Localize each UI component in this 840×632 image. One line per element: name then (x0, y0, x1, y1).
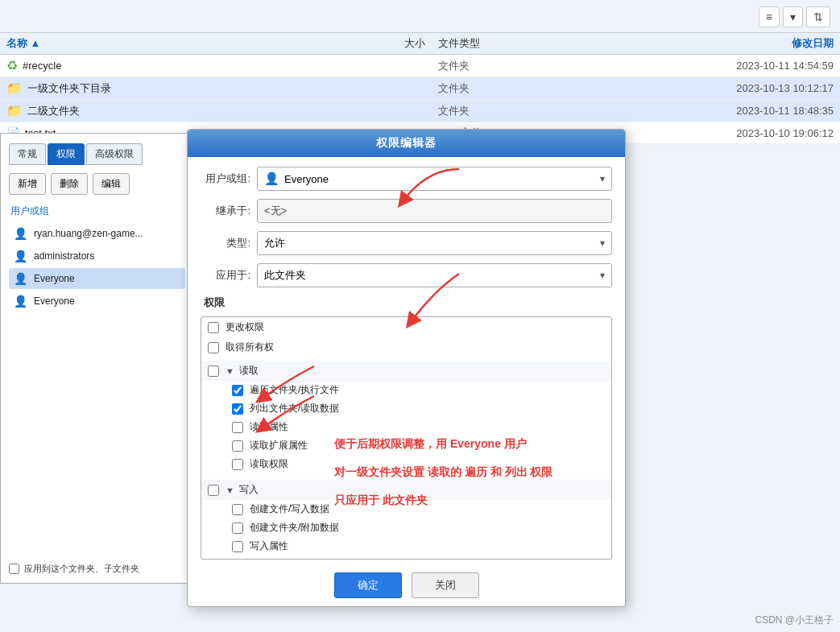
permissions-area: 更改权限 取得所有权 ▼ 读取 (201, 316, 612, 560)
tab-advanced[interactable]: 高级权限 (86, 143, 143, 165)
sort-button[interactable]: ⇅ (806, 6, 830, 27)
perm-sub-items-read: 遍历文件夹/执行文件 列出文件夹/读取数据 读取属性 读取扩展属性 (201, 381, 611, 473)
apply-field[interactable]: 此文件夹 ▾ (257, 263, 612, 287)
type-field[interactable]: 允许 ▾ (257, 231, 612, 255)
apply-label: 应用于: (201, 268, 257, 283)
folder-icon: 📁 (6, 81, 23, 96)
apply-dropdown-icon: ▾ (600, 270, 605, 281)
recycle-icon: ♻ (6, 58, 18, 73)
perm-item[interactable]: 更改权限 (201, 317, 611, 337)
permissions-label: 权限 (201, 295, 612, 310)
apply-checkbox[interactable] (9, 564, 19, 574)
perm-sub-item[interactable]: 创建文件夹/附加数据 (226, 518, 611, 537)
inherit-label: 继承于: (201, 204, 257, 218)
perm-read-attr-checkbox[interactable] (232, 422, 243, 433)
perm-sub-item[interactable]: 读取属性 (226, 418, 611, 436)
watermark: CSDN @小王格子 (755, 613, 834, 627)
dropdown-button[interactable]: ▾ (783, 6, 803, 27)
user-group-field[interactable]: 👤 Everyone ▾ (257, 167, 612, 191)
type-dropdown-icon: ▾ (600, 238, 605, 249)
perm-sub-items-write: 创建文件/写入数据 创建文件夹/附加数据 写入属性 (201, 500, 611, 556)
user-icon: 👤 (14, 227, 27, 240)
perm-group-read: ▼ 读取 遍历文件夹/执行文件 列出文件夹/读取数据 (201, 357, 611, 477)
permissions-editor-dialog: 权限编辑器 用户或组: 👤 Everyone ▾ 继承于: <无> 类型: (187, 129, 626, 607)
perm-create-folder-checkbox[interactable] (232, 523, 243, 534)
perm-group-checkbox-read[interactable] (208, 366, 219, 377)
type-row: 类型: 允许 ▾ (201, 231, 612, 255)
inherit-row: 继承于: <无> (201, 199, 612, 223)
file-type-cell: 文件夹 (425, 59, 522, 73)
inherit-field: <无> (257, 199, 612, 223)
perm-list-checkbox[interactable] (232, 403, 243, 415)
perm-sub-item[interactable]: 读取扩展属性 (226, 436, 611, 455)
perm-checkbox-change[interactable] (208, 322, 219, 333)
user-list: 👤 ryan.huang@zen-game... 👤 administrator… (9, 223, 185, 312)
file-date-cell: 2023-10-11 18:48:35 (522, 105, 834, 117)
user-field-icon: 👤 (264, 171, 279, 186)
dialog-body: 用户或组: 👤 Everyone ▾ 继承于: <无> 类型: 允许 ▾ (188, 157, 625, 560)
delete-button[interactable]: 删除 (51, 173, 88, 195)
perm-sub-item[interactable]: 遍历文件夹/执行文件 (226, 381, 611, 399)
user-icon: 👤 (14, 250, 27, 262)
left-panel: 常规 权限 高级权限 新增 删除 编辑 用户或组 👤 ryan.huang@ze… (0, 133, 193, 584)
user-list-item[interactable]: 👤 ryan.huang@zen-game... (9, 223, 185, 244)
perm-sub-item[interactable]: 读取权限 (226, 455, 611, 473)
menu-button[interactable]: ≡ (759, 6, 780, 27)
toolbar: ≡ ▾ ⇅ (759, 6, 830, 27)
apply-checkbox-row: 应用到这个文件夹、子文件夹 (9, 563, 185, 575)
tab-general[interactable]: 常规 (9, 143, 46, 165)
expand-icon-write[interactable]: ▼ (226, 485, 234, 495)
table-row[interactable]: 📁 二级文件夹 文件夹 2023-10-11 18:48:35 (0, 100, 840, 122)
col-name-header[interactable]: 名称 ▲ (6, 36, 345, 51)
file-name-cell: ♻ #recycle (6, 58, 345, 73)
user-list-item-active[interactable]: 👤 Everyone (9, 268, 185, 289)
confirm-button[interactable]: 确定 (334, 572, 402, 598)
perm-write-attr-checkbox[interactable] (232, 541, 243, 552)
perm-group-write: ▼ 写入 创建文件/写入数据 创建文件夹/附加数据 (201, 477, 611, 559)
file-table-header: 名称 ▲ 大小 文件类型 修改日期 (0, 33, 840, 55)
cancel-button[interactable]: 关闭 (412, 572, 479, 598)
left-panel-actions: 新增 删除 编辑 (9, 173, 185, 195)
user-list-item[interactable]: 👤 administrators (9, 246, 185, 266)
col-date-header[interactable]: 修改日期 (522, 36, 834, 51)
file-table: 名称 ▲ 大小 文件类型 修改日期 ♻ #recycle 文件夹 2023-10… (0, 32, 840, 144)
perm-checkbox-ownership[interactable] (208, 342, 219, 353)
perm-create-file-checkbox[interactable] (232, 504, 243, 515)
user-group-label: 用户或组: (201, 171, 257, 186)
dialog-footer: 确定 关闭 (188, 572, 625, 598)
perm-sub-item[interactable]: 写入属性 (226, 537, 611, 556)
perm-group-header-read[interactable]: ▼ 读取 (201, 361, 611, 381)
perm-read-perm-checkbox[interactable] (232, 459, 243, 470)
file-type-cell: 文件夹 (425, 104, 522, 118)
perm-sub-item[interactable]: 创建文件/写入数据 (226, 500, 611, 518)
perm-read-ext-attr-checkbox[interactable] (232, 440, 243, 452)
apply-row: 应用于: 此文件夹 ▾ (201, 263, 612, 287)
file-type-cell: 文件夹 (425, 81, 522, 96)
user-icon: 👤 (14, 272, 27, 285)
file-name-cell: 📁 二级文件夹 (6, 103, 345, 118)
expand-icon-read[interactable]: ▼ (226, 366, 234, 376)
table-row[interactable]: 📁 一级文件夹下目录 文件夹 2023-10-13 10:12:17 (0, 77, 840, 100)
perm-item[interactable]: 取得所有权 (201, 337, 611, 357)
file-date-cell: 2023-10-13 10:12:17 (522, 82, 834, 94)
file-manager: ≡ ▾ ⇅ 名称 ▲ 大小 文件类型 修改日期 ♻ #recycle 文件夹 2… (0, 0, 840, 632)
user-list-item[interactable]: 👤 Everyone (9, 291, 185, 312)
tab-permissions[interactable]: 权限 (48, 143, 85, 165)
folder-icon: 📁 (6, 103, 23, 118)
perm-traverse-checkbox[interactable] (232, 385, 243, 396)
perm-group-header-write[interactable]: ▼ 写入 (201, 480, 611, 500)
perm-group-checkbox-write[interactable] (208, 485, 219, 496)
add-button[interactable]: 新增 (9, 173, 46, 195)
dropdown-arrow-icon: ▾ (600, 173, 605, 184)
col-size-header: 大小 (345, 36, 425, 51)
perm-sub-item[interactable]: 列出文件夹/读取数据 (226, 399, 611, 418)
dialog-title: 权限编辑器 (188, 130, 625, 157)
table-row[interactable]: ♻ #recycle 文件夹 2023-10-11 14:54:59 (0, 55, 840, 77)
left-panel-tabs: 常规 权限 高级权限 (9, 143, 185, 165)
section-title: 用户或组 (9, 204, 185, 218)
col-type-header: 文件类型 (425, 36, 522, 51)
type-label: 类型: (201, 236, 257, 250)
user-icon: 👤 (14, 295, 27, 308)
user-group-row: 用户或组: 👤 Everyone ▾ (201, 167, 612, 191)
edit-button[interactable]: 编辑 (93, 173, 130, 195)
